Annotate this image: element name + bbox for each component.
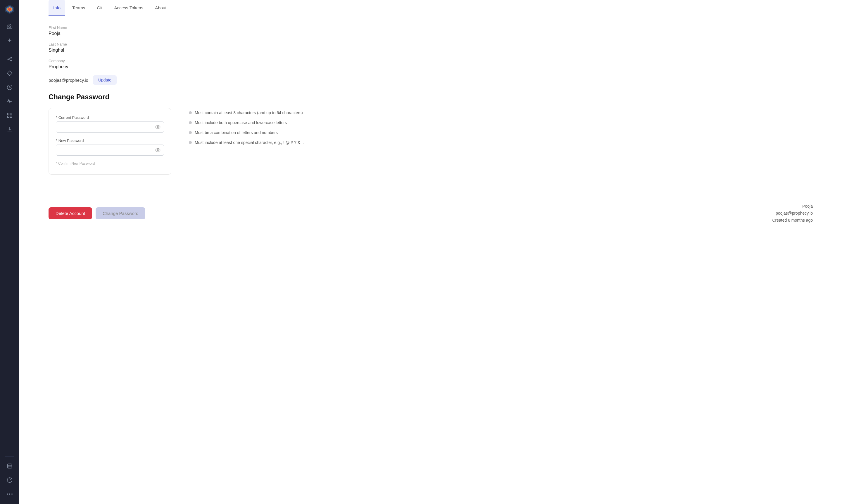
svg-point-8 — [7, 59, 8, 59]
change-password-button[interactable]: Change Password — [96, 207, 145, 219]
divider-2 — [5, 456, 14, 457]
new-password-group: * New Password — [56, 139, 164, 156]
tab-info[interactable]: Info — [49, 0, 65, 16]
first-name-value: Pooja — [49, 31, 399, 36]
svg-point-10 — [11, 60, 12, 61]
svg-point-28 — [157, 126, 159, 128]
action-buttons: Delete Account Change Password — [49, 207, 145, 219]
company-value: Prophecy — [49, 64, 399, 70]
svg-point-29 — [157, 149, 159, 151]
req-text-3: Must be a combination of letters and num… — [195, 130, 278, 135]
divider-1 — [5, 50, 14, 50]
tab-access-tokens[interactable]: Access Tokens — [109, 0, 148, 16]
requirement-1: Must contain at least 8 characters (and … — [189, 110, 399, 115]
email-row: poojas@prophecy.io Update — [49, 75, 399, 85]
first-name-group: First Name Pooja — [49, 25, 399, 36]
password-card: * Current Password — [49, 108, 171, 175]
sidebar-bottom — [3, 455, 16, 501]
requirement-4: Must include at least one special charac… — [189, 140, 399, 145]
sidebar-add[interactable] — [3, 34, 16, 47]
last-name-value: Singhal — [49, 48, 399, 53]
current-password-input[interactable] — [56, 122, 164, 132]
company-group: Company Prophecy — [49, 59, 399, 70]
new-password-wrapper — [56, 145, 164, 156]
svg-point-5 — [9, 26, 11, 28]
sidebar-more[interactable] — [3, 488, 16, 501]
bottom-bar: Delete Account Change Password Pooja poo… — [19, 196, 842, 231]
password-requirements: Must contain at least 8 characters (and … — [189, 108, 399, 150]
sidebar-nodes[interactable] — [3, 109, 16, 122]
user-summary-name: Pooja — [772, 203, 813, 210]
svg-rect-16 — [10, 113, 12, 115]
req-dot-2 — [189, 121, 192, 124]
sidebar-diamond[interactable] — [3, 67, 16, 80]
svg-line-11 — [9, 58, 11, 59]
svg-point-23 — [7, 478, 12, 483]
delete-account-button[interactable]: Delete Account — [49, 207, 92, 219]
svg-point-27 — [12, 493, 13, 494]
svg-rect-18 — [10, 116, 12, 118]
main-content: Info Teams Git Access Tokens About First… — [19, 0, 842, 504]
requirement-2: Must include both uppercase and lowercas… — [189, 120, 399, 125]
app-logo[interactable] — [4, 3, 16, 15]
confirm-password-group: * Confirm New Password — [56, 161, 164, 167]
current-password-label: * Current Password — [56, 115, 164, 120]
sidebar-help[interactable] — [3, 474, 16, 486]
sidebar-pulse[interactable] — [3, 95, 16, 108]
sidebar-camera[interactable] — [3, 20, 16, 33]
new-password-input[interactable] — [56, 145, 164, 156]
sidebar-table[interactable] — [3, 460, 16, 472]
req-dot-4 — [189, 141, 192, 144]
req-dot-3 — [189, 131, 192, 134]
user-summary: Pooja poojas@prophecy.io Created 8 month… — [772, 203, 813, 224]
user-summary-email: poojas@prophecy.io — [772, 210, 813, 217]
profile-content: First Name Pooja Last Name Singhal Compa… — [19, 16, 429, 184]
company-label: Company — [49, 59, 399, 63]
svg-line-12 — [9, 59, 11, 60]
current-password-group: * Current Password — [56, 115, 164, 132]
sidebar-download[interactable] — [3, 123, 16, 136]
first-name-label: First Name — [49, 25, 399, 30]
update-email-button[interactable]: Update — [93, 75, 117, 85]
sidebar-clock[interactable] — [3, 81, 16, 94]
tab-git[interactable]: Git — [92, 0, 107, 16]
tab-teams[interactable]: Teams — [68, 0, 90, 16]
requirement-3: Must be a combination of letters and num… — [189, 130, 399, 135]
user-summary-created: Created 8 months ago — [772, 217, 813, 224]
req-text-2: Must include both uppercase and lowercas… — [195, 120, 287, 125]
confirm-password-label: * Confirm New Password — [56, 161, 164, 166]
email-display: poojas@prophecy.io — [49, 78, 88, 83]
tabs-nav: Info Teams Git Access Tokens About — [19, 0, 842, 16]
req-text-1: Must contain at least 8 characters (and … — [195, 110, 303, 115]
current-password-eye-icon[interactable] — [155, 124, 160, 130]
new-password-eye-icon[interactable] — [155, 147, 160, 153]
svg-point-25 — [7, 493, 8, 494]
req-text-4: Must include at least one special charac… — [195, 140, 304, 145]
new-password-label: * New Password — [56, 139, 164, 143]
svg-rect-19 — [7, 464, 12, 468]
current-password-wrapper — [56, 122, 164, 132]
svg-marker-13 — [7, 71, 12, 76]
svg-rect-15 — [7, 113, 10, 115]
sidebar-graph[interactable] — [3, 53, 16, 66]
password-section: * Current Password — [49, 108, 399, 175]
req-dot-1 — [189, 111, 192, 114]
svg-point-9 — [11, 57, 12, 58]
last-name-label: Last Name — [49, 42, 399, 47]
svg-rect-17 — [7, 116, 10, 118]
tab-about[interactable]: About — [150, 0, 171, 16]
svg-point-26 — [9, 493, 10, 494]
last-name-group: Last Name Singhal — [49, 42, 399, 53]
password-form: * Current Password — [49, 108, 171, 175]
sidebar — [0, 0, 19, 504]
change-password-title: Change Password — [49, 93, 399, 101]
